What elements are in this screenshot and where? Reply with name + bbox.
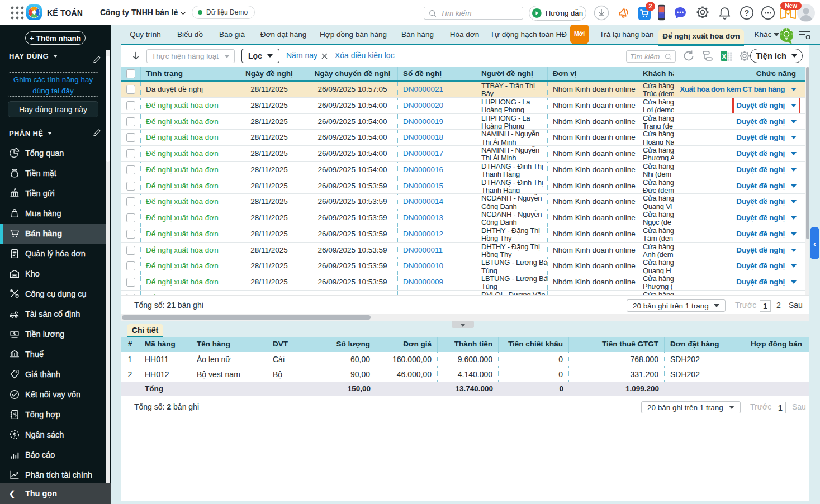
svg-text:?: ?	[745, 8, 750, 17]
svg-text:X: X	[722, 53, 727, 60]
